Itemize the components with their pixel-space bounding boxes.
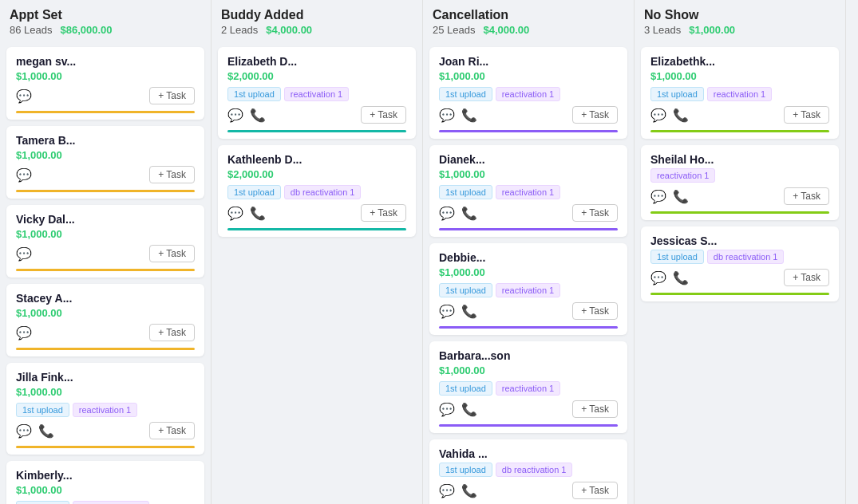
card-tags: 1st uploadreactivation 1 [439,381,618,396]
tag-upload[interactable]: 1st upload [16,501,69,504]
card-amount: $1,000.00 [439,168,618,180]
card: Elizabeth D...$2,000.001st uploadreactiv… [218,47,416,139]
tag-upload[interactable]: 1st upload [439,185,492,199]
phone-icon[interactable]: 📞 [38,423,54,439]
column-appt-set: Appt Set86 Leads$86,000.00megan sv...$1,… [0,0,212,504]
card: Dianek...$1,000.001st uploadreactivation… [429,145,627,237]
card-footer: 💬📞+ Task [650,269,829,286]
card-footer: 💬📞+ Task [650,187,829,205]
tag-upload[interactable]: 1st upload [227,87,281,101]
phone-icon[interactable]: 📞 [461,402,477,417]
card-footer: 💬📞+ Task [439,400,618,418]
column-buddy-added: Buddy Added2 Leads$4,000.00Elizabeth D..… [212,0,423,504]
tag-reactivation[interactable]: reactivation 1 [496,381,560,396]
chat-icon[interactable]: 💬 [227,206,243,221]
tag-upload[interactable]: 1st upload [439,381,492,396]
card-name: Tamera B... [16,134,195,147]
add-task-button[interactable]: + Task [149,324,195,341]
chat-icon[interactable]: 💬 [439,108,455,123]
tag-reactivation[interactable]: reactivation 1 [707,87,772,101]
add-task-button[interactable]: + Task [572,482,618,499]
chat-icon[interactable]: 💬 [650,108,666,123]
tag-upload[interactable]: 1st upload [16,403,69,417]
add-task-button[interactable]: + Task [784,106,829,124]
tag-db-reactivation[interactable]: db reactivation 1 [284,185,362,199]
add-task-button[interactable]: + Task [784,269,829,286]
add-task-button[interactable]: + Task [149,422,195,439]
tag-upload[interactable]: 1st upload [439,463,492,477]
card-divider [650,293,829,295]
tag-reactivation[interactable]: reactivation 1 [284,87,349,101]
phone-icon[interactable]: 📞 [461,108,477,123]
add-task-button[interactable]: + Task [572,106,618,124]
phone-icon[interactable]: 📞 [250,206,266,221]
chat-icon[interactable]: 💬 [16,167,32,183]
tag-reactivation[interactable]: reactivation 1 [496,185,560,199]
chat-icon[interactable]: 💬 [227,108,243,123]
card-amount: $1,000.00 [16,484,195,496]
tag-reactivation[interactable]: reactivation 1 [650,168,715,183]
chat-icon[interactable]: 💬 [16,423,32,439]
tag-reactivation[interactable]: reactivation 1 [73,403,137,417]
add-task-button[interactable]: + Task [149,245,195,262]
card-name: Elizabethk... [650,55,829,68]
card-name: Vahida ... [439,447,618,460]
column-cancellation: Cancellation25 Leads$4,000.00Joan Ri...$… [423,0,635,504]
card-name: Barbara...son [439,349,618,362]
add-task-button[interactable]: + Task [572,302,618,320]
card: Kathleenb D...$2,000.001st uploaddb reac… [218,145,416,237]
card-tags: 1st uploaddb reactivation 1 [16,501,195,504]
column-no-show: No Show3 Leads$1,000.00Elizabethk...$1,0… [635,0,846,504]
tag-upload[interactable]: 1st upload [650,87,704,101]
add-task-button[interactable]: + Task [361,204,406,222]
tag-reactivation[interactable]: reactivation 1 [496,283,560,297]
chat-icon[interactable]: 💬 [650,270,666,285]
chat-icon[interactable]: 💬 [439,483,455,498]
tag-db-reactivation[interactable]: db reactivation 1 [707,250,785,264]
tag-upload[interactable]: 1st upload [227,185,281,199]
phone-icon[interactable]: 📞 [673,108,689,123]
chat-icon[interactable]: 💬 [650,189,666,204]
card-icons: 💬📞 [227,108,266,123]
phone-icon[interactable]: 📞 [250,108,266,123]
add-task-button[interactable]: + Task [361,106,406,124]
phone-icon[interactable]: 📞 [461,304,477,319]
column-header-cancellation: Cancellation25 Leads$4,000.00 [423,0,634,42]
phone-icon[interactable]: 📞 [673,189,689,204]
tag-reactivation[interactable]: reactivation 1 [496,87,560,101]
tag-upload[interactable]: 1st upload [439,283,492,297]
column-meta-no-show: 3 Leads$1,000.00 [644,24,836,36]
phone-icon[interactable]: 📞 [673,270,689,285]
card-tags: 1st uploadreactivation 1 [439,87,618,101]
tag-db-reactivation[interactable]: db reactivation 1 [73,501,150,504]
chat-icon[interactable]: 💬 [16,89,32,104]
card-divider [16,111,195,113]
card-icons: 💬📞 [439,206,477,221]
card-tags: 1st uploadreactivation 1 [16,403,195,417]
leads-amount: $86,000.00 [61,24,113,36]
tag-upload[interactable]: 1st upload [650,250,704,264]
card-tags: 1st uploaddb reactivation 1 [439,463,618,477]
chat-icon[interactable]: 💬 [439,206,455,221]
tag-db-reactivation[interactable]: db reactivation 1 [496,463,573,477]
chat-icon[interactable]: 💬 [16,325,32,341]
card-footer: 💬+ Task [16,166,195,183]
card-icons: 💬 [16,167,32,183]
add-task-button[interactable]: + Task [784,187,829,205]
card-divider [16,190,195,192]
card-footer: 💬📞+ Task [227,106,406,124]
add-task-button[interactable]: + Task [149,87,195,104]
card-amount: $1,000.00 [16,307,195,319]
card-tags: 1st uploaddb reactivation 1 [650,250,829,264]
tag-upload[interactable]: 1st upload [439,87,492,101]
card-divider [227,228,406,230]
phone-icon[interactable]: 📞 [461,206,477,221]
card-icons: 💬 [16,89,32,104]
add-task-button[interactable]: + Task [149,166,195,183]
chat-icon[interactable]: 💬 [439,304,455,319]
add-task-button[interactable]: + Task [572,204,618,222]
phone-icon[interactable]: 📞 [461,483,477,498]
chat-icon[interactable]: 💬 [16,246,32,262]
add-task-button[interactable]: + Task [572,400,618,418]
chat-icon[interactable]: 💬 [439,402,455,417]
